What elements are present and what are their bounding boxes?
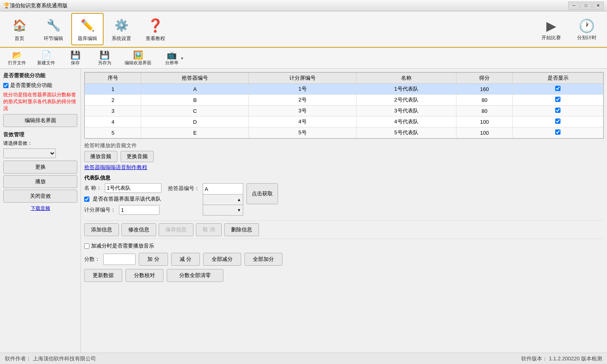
maximize-btn[interactable]: □ xyxy=(580,2,592,10)
add-score-btn[interactable]: 加 分 xyxy=(139,253,168,266)
audio-select[interactable] xyxy=(3,148,56,158)
pencil-icon: ✏️ xyxy=(79,17,96,34)
toolbar-top: 🏠 首页 🔧 环节编辑 ✏️ 题库编辑 ⚙️ 系统设置 ❓ 查看教程 ▶ 开始比… xyxy=(0,11,607,48)
new-file-label: 新建文件 xyxy=(37,60,55,66)
change-audio-file-btn[interactable]: 更换音频 xyxy=(121,151,154,162)
cell-seq: 4 xyxy=(85,116,141,127)
table-row[interactable]: 1 A 1号 1号代表队 160 xyxy=(85,84,603,95)
team-table-container: 序号 抢答器编号 计分屏编号 名称 得分 是否显示 1 A 1号 1号代表队 1… xyxy=(84,72,604,139)
new-file-btn[interactable]: 📄 新建文件 xyxy=(32,49,60,67)
cell-name: 1号代表队 xyxy=(356,84,456,95)
verify-score-btn[interactable]: 分数校对 xyxy=(125,269,163,282)
buzzer-down-icon[interactable]: ▼ xyxy=(237,208,241,212)
edit-rank-btn[interactable]: 编辑排名界面 xyxy=(3,114,77,127)
titlebar: 🏆 顶伯知识竞赛系统通用版 ─ □ ✕ xyxy=(0,0,607,11)
resolution-btn[interactable]: 📺 分辨率 ▼ xyxy=(158,49,185,67)
image-icon: 🖼️ xyxy=(133,50,143,60)
score-function-label: 是否需要统分功能 xyxy=(10,82,52,89)
toolbar-home[interactable]: 🏠 首页 xyxy=(3,13,36,45)
all-sub-score-btn[interactable]: 全部减分 xyxy=(203,253,241,266)
score-function-checkbox[interactable] xyxy=(3,83,8,88)
save-btn[interactable]: 💾 保存 xyxy=(62,49,89,67)
table-row[interactable]: 2 B 2号 2号代表队 80 xyxy=(85,95,603,106)
edit-welcome-btn[interactable]: 🖼️ 编辑欢迎界面 xyxy=(120,49,156,67)
cancel-btn[interactable]: 取 消 xyxy=(196,223,222,236)
cell-seq: 2 xyxy=(85,95,141,106)
cell-show xyxy=(513,127,603,138)
audio-tutorial-link[interactable]: 抢答器嗡嗡嗡语音制作教程 xyxy=(84,164,147,170)
right-toolbar: ▶ 开始比赛 🕐 分别计时 xyxy=(535,11,603,48)
show-checkbox[interactable] xyxy=(555,129,560,135)
question-edit-label: 题库编辑 xyxy=(78,35,97,42)
app-icon: 🏆 xyxy=(3,2,10,8)
wrench-icon: 🔧 xyxy=(45,17,62,34)
cell-seq: 3 xyxy=(85,106,141,116)
cell-screen: 4号 xyxy=(249,116,357,127)
toolbar-system-settings[interactable]: ⚙️ 系统设置 xyxy=(105,13,138,45)
toolbar-section-edit[interactable]: 🔧 环节编辑 xyxy=(37,13,70,45)
show-checkbox-row: 是否在答题界面显示该代表队 xyxy=(84,195,161,203)
cell-screen: 3号 xyxy=(249,106,357,116)
name-row: 名 称： xyxy=(84,183,161,193)
score-row: 分数： 加 分 减 分 全部减分 全部加分 xyxy=(84,253,604,266)
buzzer-label: 抢答器编号： xyxy=(168,185,200,192)
save-icon: 💾 xyxy=(70,50,81,60)
cell-score: 100 xyxy=(456,116,512,127)
view-tutorial-label: 查看教程 xyxy=(146,35,165,42)
minimize-btn[interactable]: ─ xyxy=(568,2,579,10)
toolbar-question-edit[interactable]: ✏️ 题库编辑 xyxy=(71,13,104,45)
download-audio-link[interactable]: 下载音频 xyxy=(31,205,50,211)
show-checkbox[interactable] xyxy=(555,97,560,102)
toolbar-view-tutorial[interactable]: ❓ 查看教程 xyxy=(139,13,172,45)
name-input[interactable] xyxy=(105,183,161,193)
table-row[interactable]: 4 D 4号 4号代表队 100 xyxy=(85,116,603,127)
close-audio-btn[interactable]: 关闭音效 xyxy=(3,190,77,203)
col-seq: 序号 xyxy=(85,73,141,84)
delete-info-btn[interactable]: 删除信息 xyxy=(224,223,259,236)
modify-info-btn[interactable]: 修改信息 xyxy=(121,223,156,236)
open-file-btn[interactable]: 📂 打开文件 xyxy=(3,49,31,67)
screen-input[interactable] xyxy=(119,205,159,215)
table-row[interactable]: 3 C 3号 3号代表队 80 xyxy=(85,106,603,116)
sub-score-btn[interactable]: 减 分 xyxy=(171,253,200,266)
cell-screen: 1号 xyxy=(249,84,357,95)
table-row[interactable]: 5 E 5号 5号代表队 100 xyxy=(85,127,603,138)
get-buzzer-btn[interactable]: 点击获取 xyxy=(246,183,278,204)
cell-buzzer: B xyxy=(141,95,249,106)
show-checkbox[interactable] xyxy=(555,86,560,91)
screen-label: 计分屏编号： xyxy=(84,206,116,214)
close-btn[interactable]: ✕ xyxy=(592,2,604,10)
score-input[interactable] xyxy=(103,254,136,265)
change-audio-btn[interactable]: 更换 xyxy=(3,161,77,174)
content-area: 序号 抢答器编号 计分屏编号 名称 得分 是否显示 1 A 1号 1号代表队 1… xyxy=(81,69,607,353)
show-checkbox[interactable] xyxy=(555,108,560,113)
buzzer-up-icon[interactable]: ▲ xyxy=(237,197,241,202)
edit-welcome-label: 编辑欢迎界面 xyxy=(125,60,151,66)
buzzer-input[interactable] xyxy=(203,184,243,194)
buzzer-combo: ▲ ▼ xyxy=(203,183,243,216)
start-match-btn[interactable]: ▶ 开始比赛 xyxy=(535,13,567,46)
show-team-checkbox[interactable] xyxy=(84,197,89,202)
play-audio-file-btn[interactable]: 播放音频 xyxy=(84,151,117,162)
save-as-btn[interactable]: 💾 另存为 xyxy=(91,49,118,67)
cell-name: 2号代表队 xyxy=(356,95,456,106)
clear-all-btn[interactable]: 分数全部清零 xyxy=(167,269,223,282)
split-timer-label: 分别计时 xyxy=(577,34,596,41)
main-area: 是否需要统分功能 是否需要统分功能 统分功是指在答题界面以分数标签的形式实时显示… xyxy=(0,69,607,353)
save-as-icon: 💾 xyxy=(100,50,110,60)
show-checkbox[interactable] xyxy=(555,119,560,124)
save-info-btn[interactable]: 保存信息 xyxy=(159,223,193,236)
all-add-score-btn[interactable]: 全部加分 xyxy=(244,253,282,266)
cell-name: 5号代表队 xyxy=(356,127,456,138)
play-audio-btn[interactable]: 播放 xyxy=(3,175,77,188)
update-row: 更新数据 分数校对 分数全部清零 xyxy=(84,269,604,282)
update-data-btn[interactable]: 更新数据 xyxy=(84,269,122,282)
name-label: 名 称： xyxy=(84,184,102,192)
music-checkbox[interactable] xyxy=(84,243,89,249)
cell-buzzer: A xyxy=(141,84,249,95)
cell-screen: 2号 xyxy=(249,95,357,106)
split-timer-btn[interactable]: 🕐 分别计时 xyxy=(571,13,603,46)
add-info-btn[interactable]: 添加信息 xyxy=(84,223,119,236)
open-file-label: 打开文件 xyxy=(8,60,26,66)
start-match-label: 开始比赛 xyxy=(541,34,561,41)
